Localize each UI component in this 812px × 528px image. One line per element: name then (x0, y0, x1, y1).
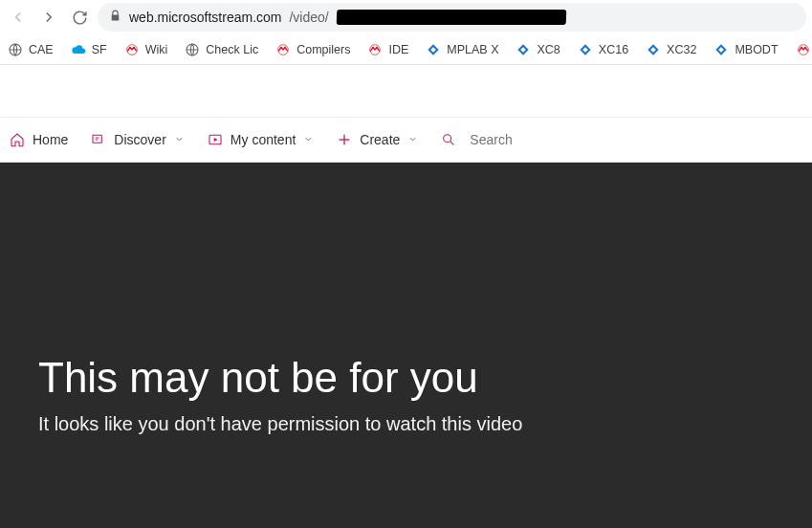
url-host: web.microsoftstream.com (129, 10, 281, 25)
diamond-blue-icon (713, 42, 729, 57)
nav-create-label: Create (360, 132, 400, 147)
bookmark-label: Check Lic (206, 43, 258, 56)
home-icon (10, 132, 25, 147)
forward-button[interactable] (36, 5, 61, 30)
bookmark-item[interactable]: XC32 (646, 42, 696, 57)
error-area: This may not be for you It looks like yo… (0, 163, 812, 528)
bookmarks-bar: CAESFWikiCheck LicCompilersIDEMPLAB XXC8… (0, 34, 812, 65)
svg-line-22 (450, 142, 454, 145)
bookmark-label: XC8 (537, 43, 560, 56)
globe-icon (8, 42, 23, 57)
diamond-blue-icon (426, 42, 441, 57)
search-icon (441, 132, 456, 147)
bookmark-item[interactable]: Wiki (124, 42, 168, 57)
bookmark-item[interactable]: Compilers (275, 42, 350, 57)
microchip-icon (275, 42, 291, 57)
bookmark-label: Compilers (296, 43, 350, 56)
chevron-down-icon (407, 132, 418, 147)
bookmark-label: Wiki (145, 43, 168, 56)
bookmark-item[interactable]: Activat (796, 42, 812, 57)
bookmark-label: MPLAB X (447, 43, 498, 56)
bookmark-label: CAE (29, 43, 54, 56)
cloud-blue-icon (71, 42, 86, 57)
diamond-blue-icon (578, 42, 593, 57)
reload-button[interactable] (67, 5, 92, 30)
bookmark-item[interactable]: XC16 (578, 42, 628, 57)
plus-icon (337, 132, 352, 147)
bookmark-item[interactable]: MBODT (713, 42, 778, 57)
nav-search[interactable] (441, 132, 604, 147)
diamond-blue-icon (646, 42, 661, 57)
chevron-down-icon (174, 132, 185, 147)
lock-icon (109, 10, 121, 25)
bookmark-item[interactable]: CAE (8, 42, 54, 57)
chevron-down-icon (303, 132, 314, 147)
svg-rect-16 (93, 135, 101, 143)
bookmark-item[interactable]: Check Lic (185, 42, 258, 57)
error-subtitle: It looks like you don't have permission … (38, 413, 774, 435)
discover-icon (91, 132, 106, 147)
back-button[interactable] (6, 5, 31, 30)
diamond-blue-icon (516, 42, 531, 57)
play-box-icon (208, 132, 223, 147)
bookmark-label: IDE (388, 43, 408, 56)
nav-my-content[interactable]: My content (208, 132, 314, 147)
address-bar[interactable]: web.microsoftstream.com/video/ (98, 3, 806, 32)
microchip-icon (124, 42, 140, 57)
svg-marker-18 (213, 138, 217, 142)
nav-create[interactable]: Create (337, 132, 418, 147)
error-title: This may not be for you (38, 354, 774, 402)
globe-icon (185, 42, 200, 57)
stream-nav: Home Discover My content Create (0, 117, 812, 163)
site-header-band (0, 65, 812, 117)
bookmark-item[interactable]: MPLAB X (426, 42, 498, 57)
nav-my-content-label: My content (230, 132, 296, 147)
bookmark-item[interactable]: IDE (367, 42, 408, 57)
bookmark-label: SF (92, 43, 107, 56)
nav-home[interactable]: Home (10, 132, 68, 147)
bookmark-label: XC16 (599, 43, 628, 56)
nav-home-label: Home (33, 132, 68, 147)
microchip-icon (796, 42, 811, 57)
nav-discover[interactable]: Discover (91, 132, 184, 147)
url-redacted (336, 10, 566, 25)
svg-point-21 (444, 135, 451, 143)
browser-toolbar: web.microsoftstream.com/video/ (0, 0, 812, 34)
url-path: /video/ (289, 10, 328, 25)
bookmark-item[interactable]: XC8 (516, 42, 560, 57)
bookmark-label: XC32 (667, 43, 696, 56)
microchip-icon (367, 42, 383, 57)
bookmark-label: MBODT (735, 43, 778, 56)
search-input[interactable] (470, 132, 604, 147)
nav-discover-label: Discover (114, 132, 165, 147)
bookmark-item[interactable]: SF (71, 42, 107, 57)
